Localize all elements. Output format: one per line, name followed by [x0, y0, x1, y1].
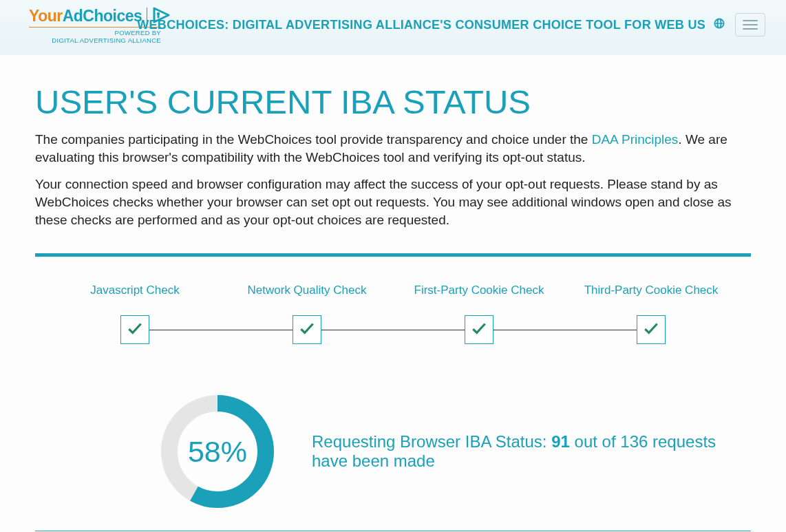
desc1-text-a: The companies participating in the WebCh…	[35, 132, 592, 147]
progress-done-count: 91	[551, 432, 570, 451]
check-label: Network Quality Check	[221, 284, 393, 312]
progress-total-count: 136	[620, 432, 648, 451]
check-status-box	[120, 315, 149, 344]
logo-subtitle-2: DIGITAL ADVERTISING ALLIANCE	[29, 36, 161, 44]
check-label: Third-Party Cookie Check	[565, 284, 737, 312]
progress-suffix-a: out of	[570, 432, 620, 451]
description-paragraph-2: Your connection speed and browser config…	[35, 175, 751, 228]
header-title: WEBCHOICES: DIGITAL ADVERTISING ALLIANCE…	[129, 18, 713, 32]
check-label: First-Party Cookie Check	[393, 284, 565, 312]
progress-row: 58% Requesting Browser IBA Status: 91 ou…	[35, 393, 751, 531]
check-status-box	[465, 315, 493, 344]
check-item-third-party-cookie: Third-Party Cookie Check	[565, 284, 737, 345]
check-item-network: Network Quality Check	[221, 284, 393, 345]
check-status-box	[637, 315, 666, 344]
check-item-javascript: Javascript Check	[49, 284, 221, 345]
progress-donut: 58%	[159, 393, 276, 510]
check-label: Javascript Check	[49, 284, 221, 312]
header-bar: YourAdChoices POWERED BY DIGITAL ADVERTI…	[0, 0, 786, 55]
checkmark-icon	[470, 319, 488, 340]
checkmark-icon	[126, 319, 144, 340]
globe-icon[interactable]	[713, 17, 725, 32]
checks-row: Javascript Check Network Quality Check F…	[35, 284, 751, 345]
progress-prefix: Requesting Browser IBA Status:	[312, 432, 551, 451]
section-divider-thin	[35, 531, 751, 531]
progress-percent-text: 58%	[159, 393, 276, 510]
section-divider-thick	[35, 253, 751, 257]
progress-status-text: Requesting Browser IBA Status: 91 out of…	[312, 432, 751, 471]
check-status-box	[293, 315, 321, 344]
checkmark-icon	[642, 319, 660, 340]
check-item-first-party-cookie: First-Party Cookie Check	[393, 284, 565, 345]
page-title: USER'S CURRENT IBA STATUS	[35, 83, 751, 121]
checkmark-icon	[298, 319, 316, 340]
description-paragraph-1: The companies participating in the WebCh…	[35, 131, 751, 166]
logo-your-text: Your	[29, 7, 63, 25]
daa-principles-link[interactable]: DAA Principles	[592, 132, 679, 147]
menu-button[interactable]	[735, 13, 765, 36]
